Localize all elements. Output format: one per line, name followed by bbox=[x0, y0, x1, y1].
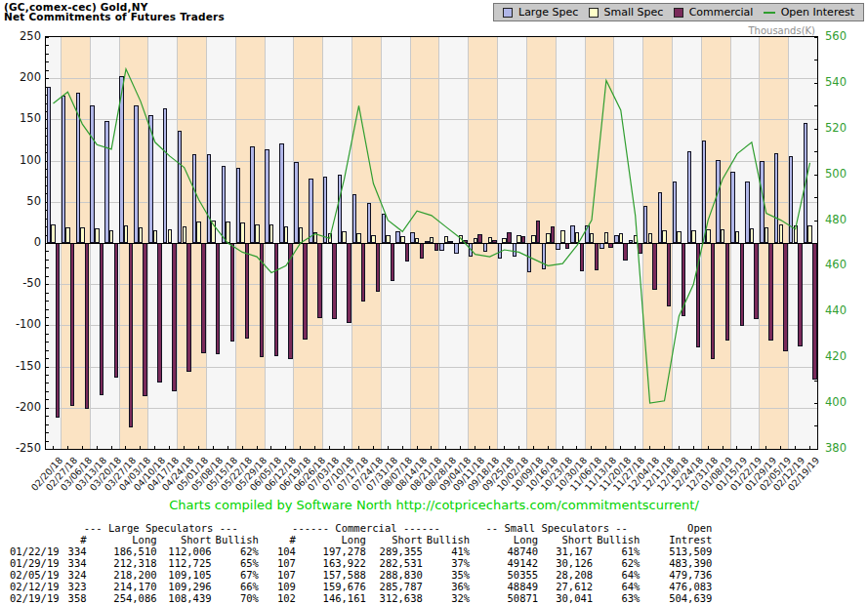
right-axis-tick-label: 420 bbox=[825, 349, 847, 363]
commercial-bar bbox=[317, 243, 321, 318]
large-spec-swatch-icon bbox=[503, 8, 513, 18]
commercial-bar bbox=[245, 243, 249, 339]
table-value: 36% bbox=[425, 581, 472, 592]
right-axis-tick-label: 500 bbox=[825, 167, 847, 181]
table-value: 109,296 bbox=[159, 581, 214, 592]
table-value: 37% bbox=[425, 557, 472, 569]
legend-item-large-spec: Large Spec bbox=[503, 6, 578, 19]
large-spec-bar bbox=[454, 243, 458, 254]
table-value: 63% bbox=[595, 592, 641, 604]
left-axis-tick-label: 50 bbox=[2, 194, 41, 208]
commercial-bar bbox=[216, 243, 220, 354]
commercial-bar bbox=[303, 243, 307, 340]
table-value: 35% bbox=[425, 569, 472, 581]
small-spec-bar bbox=[240, 222, 244, 243]
table-value: 62% bbox=[214, 545, 261, 557]
open-interest-line-icon bbox=[764, 12, 775, 14]
cot-data-table: --- Large Speculators --------- Commerci… bbox=[8, 522, 714, 604]
legend-item-commercial: Commercial bbox=[674, 6, 754, 19]
large-spec-bar bbox=[513, 243, 517, 257]
table-value: 218,200 bbox=[89, 569, 159, 581]
table-value: 358 bbox=[62, 592, 89, 604]
row-date: 02/12/19 bbox=[8, 581, 62, 592]
legend-item-open-interest: Open Interest bbox=[764, 6, 854, 19]
table-value: 112,006 bbox=[159, 545, 214, 557]
small-spec-bar bbox=[691, 230, 695, 244]
row-date: 02/19/19 bbox=[8, 592, 62, 604]
commercial-bar bbox=[667, 243, 671, 306]
commercial-bar bbox=[507, 232, 511, 243]
small-spec-bar bbox=[604, 232, 608, 243]
table-value: 50871 bbox=[472, 592, 540, 604]
small-spec-bar bbox=[95, 228, 99, 243]
small-spec-bar bbox=[590, 233, 594, 243]
legend-label: Commercial bbox=[689, 6, 754, 19]
table-value: 288,830 bbox=[368, 569, 425, 581]
commercial-bar bbox=[361, 243, 365, 302]
commercial-bar bbox=[143, 243, 146, 396]
small-spec-bar bbox=[386, 235, 390, 243]
left-axis-tick-label: 250 bbox=[2, 29, 41, 43]
table-value: 285,787 bbox=[368, 581, 425, 592]
small-spec-bar bbox=[139, 227, 143, 243]
table-value: 30,041 bbox=[540, 592, 595, 604]
large-spec-bar bbox=[483, 243, 487, 252]
commercial-bar bbox=[186, 243, 190, 372]
table-value: 334 bbox=[62, 557, 89, 569]
table-value: 212,318 bbox=[89, 557, 159, 569]
table-value: 254,086 bbox=[89, 592, 159, 604]
large-spec-bar bbox=[498, 243, 502, 259]
small-spec-bar bbox=[706, 229, 710, 243]
large-spec-bar bbox=[163, 108, 167, 243]
left-axis-tick-label: -250 bbox=[2, 441, 41, 455]
small-spec-bar bbox=[269, 224, 273, 243]
x-axis-ticks bbox=[46, 446, 817, 449]
large-spec-bar bbox=[90, 105, 94, 243]
small-spec-bar bbox=[51, 224, 55, 243]
table-value: 64% bbox=[595, 581, 641, 592]
table-value: 64% bbox=[595, 569, 641, 581]
small-spec-bar bbox=[226, 222, 229, 243]
small-spec-bar bbox=[211, 221, 215, 243]
table-value: 66% bbox=[214, 581, 261, 592]
cot-chart-page: (GC,comex-cec) Gold,NY Net Commitments o… bbox=[0, 0, 868, 605]
small-spec-bar bbox=[109, 230, 113, 244]
large-spec-bar bbox=[104, 121, 108, 243]
column-header: Intrest bbox=[641, 534, 714, 545]
table-value: 102 bbox=[261, 592, 298, 604]
commercial-bar bbox=[391, 243, 394, 281]
commercial-bar bbox=[230, 243, 234, 342]
commercial-bar bbox=[70, 243, 74, 406]
horizontal-gridline bbox=[46, 408, 817, 409]
small-spec-bar bbox=[765, 227, 768, 243]
commercial-bar bbox=[332, 243, 336, 319]
left-axis-tick-label: -150 bbox=[2, 359, 41, 373]
table-value: 476,083 bbox=[641, 581, 714, 592]
commercial-bar bbox=[376, 243, 380, 292]
commercial-bar bbox=[114, 243, 118, 378]
credit-line: Charts compiled by Software North http:/… bbox=[0, 498, 868, 512]
table-value: 31,167 bbox=[540, 545, 595, 557]
column-header: # bbox=[62, 534, 89, 545]
table-value: 107 bbox=[261, 569, 298, 581]
table-value: 323 bbox=[62, 581, 89, 592]
column-header: Bullish bbox=[595, 534, 641, 545]
column-header: Bullish bbox=[214, 534, 261, 545]
table-row: #LongShortBullish#LongShortBullishLongSh… bbox=[8, 534, 714, 545]
commercial-bar bbox=[100, 243, 103, 395]
large-spec-bar bbox=[527, 243, 531, 272]
small-spec-bar bbox=[794, 225, 798, 243]
large-spec-bar bbox=[439, 243, 443, 251]
large-spec-bar bbox=[556, 243, 559, 250]
commercial-bar bbox=[812, 243, 816, 380]
small-spec-bar bbox=[677, 231, 681, 243]
small-spec-bar bbox=[807, 225, 811, 243]
table-value: 282,531 bbox=[368, 557, 425, 569]
table-value: 504,639 bbox=[641, 592, 714, 604]
commercial-bar bbox=[696, 243, 700, 347]
left-axis-tick-label: -100 bbox=[2, 317, 41, 331]
large-spec-bar bbox=[148, 115, 152, 243]
small-spec-bar bbox=[400, 236, 404, 243]
zero-line bbox=[46, 243, 817, 244]
table-value: 513,509 bbox=[641, 545, 714, 557]
